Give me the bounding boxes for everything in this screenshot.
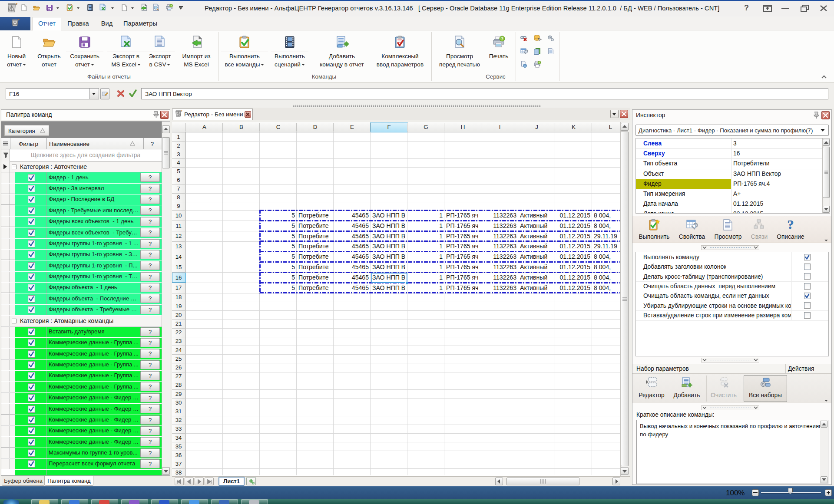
svg-text:?: ? xyxy=(501,36,503,41)
svg-text:?: ? xyxy=(539,61,540,64)
svg-text:?: ? xyxy=(788,217,794,231)
svg-text:?: ? xyxy=(170,4,172,7)
